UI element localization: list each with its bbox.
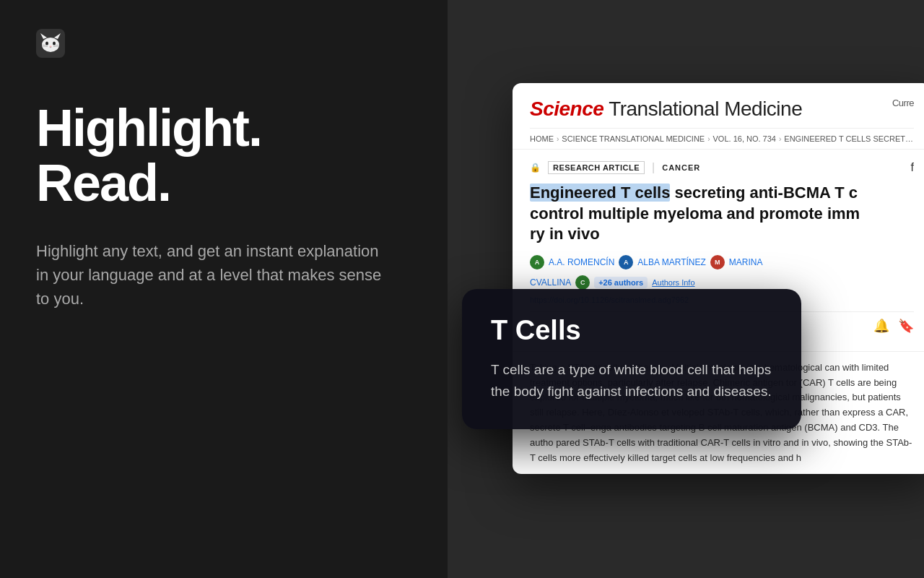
bookmark-icon[interactable]: 🔖: [898, 318, 914, 334]
breadcrumb-sep-3: ›: [779, 135, 781, 143]
author-cvallina[interactable]: CVALLINA: [530, 277, 571, 288]
breadcrumb-journal[interactable]: SCIENCE TRANSLATIONAL MEDICINE: [562, 134, 705, 143]
article-header: Science Translational Medicine Curre HOM…: [513, 83, 924, 150]
tooltip-term: T Cells: [491, 315, 772, 346]
meta-divider: |: [652, 161, 655, 174]
svg-point-4: [45, 42, 48, 46]
headline-line1: Highlight.: [36, 101, 411, 156]
breadcrumb-sep-2: ›: [707, 135, 710, 143]
headline-line2: Read.: [36, 156, 411, 211]
bell-icon[interactable]: 🔔: [873, 318, 889, 334]
breadcrumb-sep-1: ›: [557, 135, 559, 143]
research-article-badge: RESEARCH ARTICLE: [548, 161, 645, 174]
journal-science: Science: [530, 98, 603, 120]
highlighted-text: Engineered T cells: [530, 184, 670, 202]
author-avatar-4: C: [575, 275, 590, 290]
author-avatar-3: M: [710, 255, 725, 269]
journal-title: Science Translational Medicine Curre: [530, 98, 914, 121]
logo-area: [36, 29, 411, 58]
facebook-icon[interactable]: f: [911, 161, 914, 174]
right-panel: Science Translational Medicine Curre HOM…: [448, 0, 924, 578]
left-panel: Highlight. Read. Highlight any text, and…: [0, 0, 448, 578]
article-title: Engineered T cells secreting anti-BCMA T…: [530, 183, 914, 245]
tooltip-definition: T cells are a type of white blood cell t…: [491, 359, 772, 403]
more-authors-badge[interactable]: +26 authors: [594, 277, 648, 288]
headline: Highlight. Read.: [36, 101, 411, 210]
breadcrumb-volume[interactable]: VOL. 16, NO. 734: [713, 134, 776, 143]
lock-icon: 🔒: [530, 163, 541, 173]
journal-rest: Translational Medicine: [603, 98, 802, 120]
journal-current: Curre: [892, 98, 914, 108]
authors-info-link[interactable]: Authors Info: [652, 278, 694, 287]
cancer-tag: CANCER: [662, 163, 700, 172]
author-avatar-2: A: [619, 255, 633, 269]
svg-point-1: [42, 38, 59, 52]
authors-row: A A.A. ROMENCÍN A ALBA MARTÍNEZ M MARINA: [530, 255, 914, 269]
breadcrumb-home[interactable]: HOME: [530, 134, 554, 143]
app-logo-icon: [36, 29, 65, 58]
authors-row-2: CVALLINA C +26 authors Authors Info: [530, 275, 914, 290]
breadcrumb-article: ENGINEERED T CELLS SECRETING ANTI-BCMA T…: [784, 134, 914, 143]
author-name-1[interactable]: A.A. ROMENCÍN: [549, 257, 614, 267]
tooltip-card: T Cells T cells are a type of white bloo…: [462, 289, 801, 429]
subtext: Highlight any text, and get an instant e…: [36, 239, 383, 311]
article-meta: 🔒 RESEARCH ARTICLE | CANCER f: [530, 161, 914, 174]
author-name-2[interactable]: ALBA MARTÍNEZ: [637, 257, 705, 267]
svg-point-5: [53, 42, 56, 46]
breadcrumb: HOME › SCIENCE TRANSLATIONAL MEDICINE › …: [530, 128, 914, 149]
author-name-3[interactable]: MARINA: [729, 257, 763, 267]
author-avatar-1: A: [530, 255, 544, 269]
